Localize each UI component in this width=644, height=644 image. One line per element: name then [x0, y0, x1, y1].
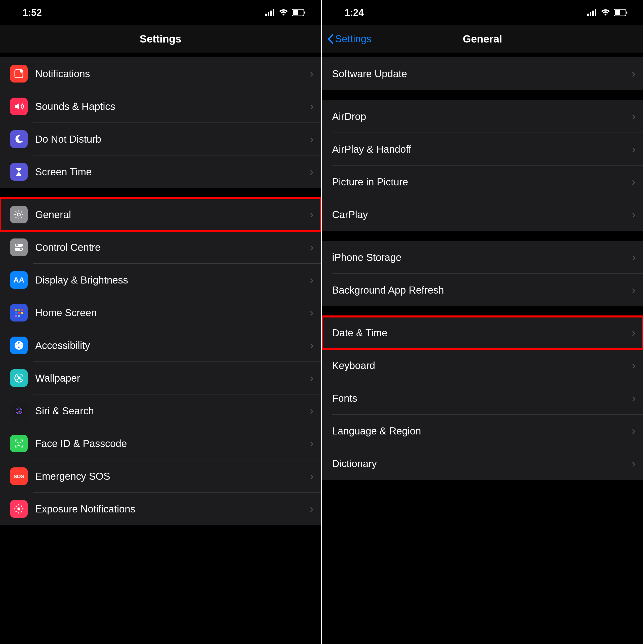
row-label: Wallpaper [35, 373, 310, 384]
svg-rect-5 [293, 10, 298, 15]
status-indicators [265, 9, 306, 16]
row-label: Siri & Search [35, 405, 310, 417]
chevron-right-icon: › [632, 176, 635, 188]
svg-point-57 [21, 506, 22, 507]
svg-rect-61 [595, 9, 596, 16]
row-label: Software Update [332, 68, 632, 79]
svg-point-50 [18, 504, 20, 506]
svg-point-52 [14, 508, 16, 510]
chevron-right-icon: › [310, 307, 313, 319]
back-button[interactable]: Settings [327, 33, 372, 45]
row-sounds-haptics[interactable]: Sounds & Haptics› [0, 90, 321, 123]
row-do-not-disturb[interactable]: Do Not Disturb› [0, 123, 321, 155]
exposure-icon [10, 500, 28, 518]
svg-rect-60 [592, 11, 594, 16]
row-label: iPhone Storage [332, 252, 632, 263]
chevron-right-icon: › [310, 133, 313, 145]
row-label: CarPlay [332, 209, 632, 220]
row-label: Sounds & Haptics [35, 101, 310, 112]
row-label: Date & Time [332, 327, 632, 339]
svg-point-9 [17, 213, 20, 216]
row-dictionary[interactable]: Dictionary› [322, 447, 643, 480]
chevron-right-icon: › [632, 143, 635, 155]
row-screen-time[interactable]: Screen Time› [0, 155, 321, 188]
row-software-update[interactable]: Software Update› [322, 57, 643, 90]
settings-list[interactable]: Notifications›Sounds & Haptics›Do Not Di… [0, 53, 321, 644]
chevron-right-icon: › [310, 274, 313, 286]
svg-text:SOS: SOS [14, 474, 24, 479]
accessibility-icon [10, 337, 28, 354]
row-label: Notifications [35, 68, 310, 79]
row-date-time[interactable]: Date & Time› [322, 316, 643, 349]
row-display-brightness[interactable]: AADisplay & Brightness› [0, 264, 321, 296]
general-list[interactable]: Software Update›AirDrop›AirPlay & Handof… [322, 53, 643, 644]
svg-line-16 [16, 217, 17, 218]
row-label: Background App Refresh [332, 285, 632, 296]
chevron-right-icon: › [632, 68, 635, 80]
row-fonts[interactable]: Fonts› [322, 382, 643, 415]
svg-point-8 [20, 70, 23, 73]
row-face-id-passcode[interactable]: Face ID & Passcode› [0, 427, 321, 460]
settings-group: General›Control Centre›AADisplay & Brigh… [0, 198, 321, 525]
status-bar: 1:52 [0, 0, 321, 25]
svg-point-19 [16, 244, 18, 246]
row-label: Do Not Disturb [35, 134, 310, 145]
row-label: Exposure Notifications [35, 503, 310, 515]
row-language-region[interactable]: Language & Region› [322, 415, 643, 447]
row-wallpaper[interactable]: Wallpaper› [0, 362, 321, 394]
svg-rect-3 [273, 9, 274, 16]
row-iphone-storage[interactable]: iPhone Storage› [322, 241, 643, 274]
row-general[interactable]: General› [0, 198, 321, 231]
row-siri-search[interactable]: Siri & Search› [0, 394, 321, 427]
row-accessibility[interactable]: Accessibility› [0, 329, 321, 362]
settings-screen: 1:52 Settings Notifications›Sounds & Hap… [0, 0, 322, 644]
chevron-right-icon: › [310, 100, 313, 112]
svg-point-46 [17, 442, 18, 443]
chevron-right-icon: › [632, 327, 635, 339]
nav-bar: Settings [0, 25, 321, 53]
row-picture-in-picture[interactable]: Picture in Picture› [322, 166, 643, 198]
moon-icon [10, 130, 28, 148]
svg-point-38 [15, 375, 18, 377]
text-size-icon: AA [10, 271, 28, 289]
row-keyboard[interactable]: Keyboard› [322, 349, 643, 382]
svg-rect-1 [268, 12, 269, 16]
row-airdrop[interactable]: AirDrop› [322, 100, 643, 133]
svg-point-39 [20, 379, 22, 382]
svg-point-56 [16, 511, 17, 512]
svg-rect-27 [18, 312, 20, 314]
row-notifications[interactable]: Notifications› [0, 57, 321, 90]
row-carplay[interactable]: CarPlay› [322, 198, 643, 231]
svg-point-54 [16, 506, 17, 507]
svg-rect-6 [304, 11, 305, 14]
toggles-icon [10, 238, 28, 256]
svg-rect-63 [615, 10, 620, 15]
gear-icon [10, 206, 28, 223]
page-title: General [463, 33, 502, 45]
row-emergency-sos[interactable]: SOSEmergency SOS› [0, 460, 321, 493]
svg-rect-58 [587, 14, 589, 16]
chevron-left-icon [327, 34, 334, 44]
row-control-centre[interactable]: Control Centre› [0, 231, 321, 264]
back-label: Settings [335, 33, 372, 45]
svg-rect-64 [626, 11, 627, 14]
row-label: AirPlay & Handoff [332, 144, 632, 155]
faceid-icon [10, 435, 28, 452]
svg-point-47 [20, 442, 21, 443]
nav-bar: Settings General [322, 25, 643, 53]
row-label: Language & Region [332, 425, 632, 437]
row-home-screen[interactable]: Home Screen› [0, 296, 321, 329]
svg-line-14 [16, 211, 17, 212]
chevron-right-icon: › [632, 284, 635, 296]
chevron-right-icon: › [632, 251, 635, 263]
row-exposure-notifications[interactable]: Exposure Notifications› [0, 493, 321, 525]
home-grid-icon [10, 304, 28, 321]
row-airplay-handoff[interactable]: AirPlay & Handoff› [322, 133, 643, 166]
chevron-right-icon: › [632, 359, 635, 372]
row-label: General [35, 209, 310, 220]
row-background-app-refresh[interactable]: Background App Refresh› [322, 274, 643, 306]
svg-rect-24 [18, 309, 20, 311]
battery-icon [614, 9, 628, 16]
svg-rect-30 [18, 315, 20, 317]
chevron-right-icon: › [310, 166, 313, 178]
